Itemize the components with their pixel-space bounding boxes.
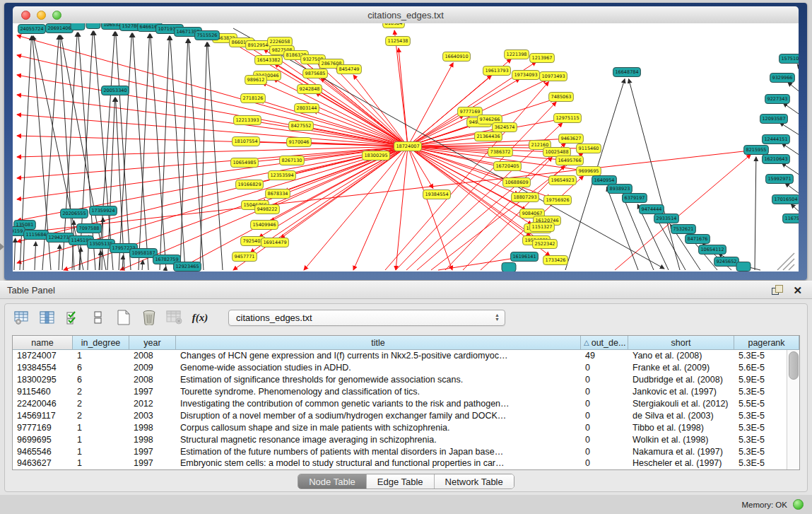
graph-edge[interactable] bbox=[316, 93, 408, 146]
graph-node[interactable]: 19756926 bbox=[544, 196, 572, 205]
graph-node[interactable]: 8912954 bbox=[246, 41, 271, 50]
graph-node[interactable]: 6379197 bbox=[623, 194, 647, 203]
table-cell[interactable]: 0 bbox=[581, 363, 628, 373]
table-cell[interactable]: 2 bbox=[73, 399, 129, 409]
table-cell[interactable]: Jankovic et al. (1997) bbox=[628, 387, 734, 397]
graph-edge[interactable] bbox=[165, 267, 166, 270]
table-cell[interactable]: 2009 bbox=[129, 363, 176, 373]
graph-node[interactable]: 7485063 bbox=[549, 93, 574, 102]
show-columns-icon[interactable] bbox=[39, 309, 56, 326]
table-cell[interactable]: 1997 bbox=[129, 387, 176, 397]
table-cell[interactable]: 22420046 bbox=[13, 399, 73, 409]
table-cell[interactable]: 18300295 bbox=[13, 375, 73, 385]
column-header-pagerank[interactable]: pagerank bbox=[734, 336, 799, 349]
graph-edge[interactable] bbox=[313, 111, 408, 146]
graph-node[interactable]: 1213967 bbox=[530, 54, 555, 63]
graph-node[interactable]: 12093587 bbox=[760, 115, 788, 124]
network-window-titlebar[interactable]: citations_edges.txt bbox=[13, 6, 799, 24]
table-cell[interactable]: Yano et al. (2008) bbox=[628, 351, 734, 361]
table-cell[interactable]: Structural magnetic resonance image aver… bbox=[176, 435, 581, 445]
graph-node[interactable]: 17016504 bbox=[772, 195, 799, 204]
close-panel-icon[interactable]: ✕ bbox=[793, 285, 802, 296]
table-cell[interactable]: 2003 bbox=[129, 411, 176, 421]
table-cell[interactable]: 9115460 bbox=[13, 387, 73, 397]
column-header-title[interactable]: title bbox=[176, 336, 581, 349]
graph-node[interactable]: 8454749 bbox=[337, 65, 362, 74]
graph-node[interactable]: 16196141 bbox=[511, 252, 539, 262]
column-header-out-degree[interactable]: △ out_de... bbox=[581, 336, 628, 349]
graph-node[interactable]: 20053340 bbox=[102, 86, 129, 95]
table-cell[interactable]: 1998 bbox=[129, 435, 176, 445]
table-cell[interactable]: 1998 bbox=[129, 423, 176, 433]
graph-edge[interactable] bbox=[79, 31, 93, 270]
graph-node[interactable]: 16495766 bbox=[556, 156, 584, 165]
scrollbar-thumb[interactable] bbox=[789, 351, 799, 380]
graph-node[interactable]: 2226058 bbox=[268, 37, 293, 47]
table-cell[interactable]: Wolkin et al. (1998) bbox=[628, 435, 734, 445]
graph-edge[interactable] bbox=[78, 33, 95, 270]
table-row[interactable]: 1456911722003Disruption of a novel membe… bbox=[13, 409, 799, 421]
graph-node[interactable]: 16640910 bbox=[443, 52, 471, 62]
table-cell[interactable]: 0 bbox=[581, 399, 628, 409]
resize-grip[interactable] bbox=[777, 253, 794, 270]
network-graph[interactable]: 1872400774638228660125891295422260589827… bbox=[13, 23, 799, 271]
graph-node[interactable]: 7386372 bbox=[488, 148, 513, 157]
table-cell[interactable]: 9777169 bbox=[13, 423, 73, 433]
table-cell[interactable]: 0 bbox=[581, 447, 628, 457]
graph-node[interactable]: 8678334 bbox=[266, 189, 290, 199]
graph-edge[interactable] bbox=[35, 242, 36, 270]
table-cell[interactable]: 1 bbox=[73, 351, 129, 361]
graph-edge[interactable] bbox=[399, 48, 408, 146]
table-cell[interactable]: Disruption of a novel member of a sodium… bbox=[176, 411, 581, 421]
graph-node[interactable] bbox=[736, 262, 751, 271]
graph-node[interactable]: 9170046 bbox=[287, 138, 312, 147]
table-row[interactable]: 946554611997Estimation of the future num… bbox=[13, 445, 799, 457]
graph-node[interactable]: 17359924 bbox=[90, 206, 117, 216]
graph-node[interactable]: 1221398 bbox=[505, 50, 529, 59]
graph-node[interactable] bbox=[86, 23, 100, 29]
graph-edge[interactable] bbox=[59, 245, 60, 270]
graph-edge[interactable] bbox=[17, 136, 408, 146]
graph-edge[interactable] bbox=[394, 30, 408, 146]
column-header-short[interactable]: short bbox=[628, 336, 734, 349]
table-cell[interactable]: 0 bbox=[581, 387, 628, 397]
graph-node[interactable]: 12444151 bbox=[763, 135, 790, 144]
table-cell[interactable]: Investigating the contribution of common… bbox=[176, 399, 581, 409]
graph-node[interactable]: 20206555 bbox=[61, 209, 88, 218]
new-column-icon[interactable] bbox=[115, 309, 132, 326]
graph-node[interactable]: 2718126 bbox=[241, 94, 266, 103]
graph-edge[interactable] bbox=[208, 42, 223, 270]
graph-node[interactable]: 20691406 bbox=[46, 24, 73, 33]
graph-node[interactable]: 19166829 bbox=[236, 180, 264, 189]
graph-edge[interactable] bbox=[139, 34, 150, 270]
vertical-scrollbar[interactable] bbox=[787, 350, 799, 469]
table-cell[interactable]: 6 bbox=[73, 375, 129, 385]
graph-node[interactable]: 16543382 bbox=[255, 56, 283, 65]
float-panel-icon[interactable] bbox=[772, 285, 783, 295]
graph-node[interactable]: 2803144 bbox=[295, 104, 319, 113]
graph-node[interactable]: 8215955 bbox=[744, 146, 769, 155]
tab-edge-table[interactable]: Edge Table bbox=[367, 474, 435, 489]
table-cell[interactable]: 1997 bbox=[129, 458, 176, 468]
table-cell[interactable]: 2 bbox=[73, 387, 129, 397]
table-cell[interactable]: 2008 bbox=[129, 351, 176, 361]
table-cell[interactable]: 1 bbox=[73, 458, 129, 468]
graph-node[interactable]: 1733426 bbox=[543, 256, 568, 265]
table-cell[interactable]: 1997 bbox=[129, 447, 176, 457]
graph-node[interactable]: 12353594 bbox=[269, 171, 296, 180]
table-cell[interactable]: 6 bbox=[73, 363, 129, 373]
graph-node[interactable]: 1167533 bbox=[783, 214, 799, 223]
graph-edge[interactable] bbox=[151, 34, 166, 270]
graph-node[interactable] bbox=[502, 263, 516, 272]
graph-node[interactable]: 1640954 bbox=[592, 176, 617, 185]
table-cell[interactable]: 9699695 bbox=[13, 435, 73, 445]
table-cell[interactable]: 2008 bbox=[129, 375, 176, 385]
graph-node[interactable]: 7532621 bbox=[671, 225, 696, 234]
graph-node[interactable]: 9245652 bbox=[714, 257, 739, 267]
delete-icon[interactable] bbox=[141, 309, 158, 326]
row-height-icon[interactable] bbox=[90, 309, 107, 326]
column-header-in-degree[interactable]: in_degree bbox=[73, 336, 129, 349]
graph-node[interactable]: 39159 bbox=[13, 227, 25, 236]
graph-edge[interactable] bbox=[17, 146, 408, 242]
column-header-year[interactable]: year bbox=[129, 336, 176, 349]
